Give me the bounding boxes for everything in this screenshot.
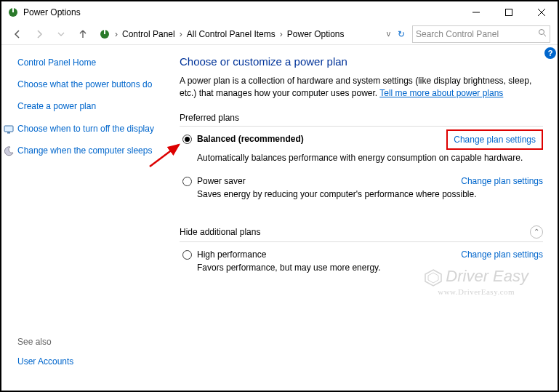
see-also-label: See also [17,337,73,347]
chevron-right-icon: › [113,29,119,39]
plan-saver-name[interactable]: Power saver [197,176,246,186]
search-icon [538,28,547,39]
plan-high-performance: High performance Change plan settings Fa… [180,249,543,281]
search-input[interactable]: Search Control Panel [412,25,550,43]
svg-rect-1 [12,8,14,12]
breadcrumb-power-options[interactable]: Power Options [287,29,345,39]
forward-button[interactable] [31,25,48,43]
change-plan-balanced[interactable]: Change plan settings [446,129,543,150]
svg-rect-3 [505,9,512,16]
sidebar-computer-sleeps[interactable]: Change when the computer sleeps [17,145,158,156]
sidebar: Control Panel Home Choose what the power… [1,45,165,391]
titlebar: Power Options [1,1,558,23]
search-placeholder: Search Control Panel [416,29,538,39]
plan-saver-desc: Saves energy by reducing your computer's… [197,189,543,199]
breadcrumb-all-items[interactable]: All Control Panel Items [187,29,276,39]
sidebar-create-plan[interactable]: Create a power plan [17,100,158,112]
moon-icon [3,145,15,157]
collapse-icon[interactable]: ⌃ [530,225,543,239]
up-button[interactable] [74,25,92,43]
power-options-icon [7,7,19,18]
minimize-button[interactable] [459,1,492,23]
breadcrumb[interactable]: › Control Panel › All Control Panel Item… [96,25,408,43]
see-also-user-accounts[interactable]: User Accounts [17,356,73,367]
hide-additional-label: Hide additional plans [180,227,260,237]
navigation-bar: › Control Panel › All Control Panel Item… [1,23,558,45]
sidebar-control-panel-home[interactable]: Control Panel Home [17,57,158,68]
change-plan-saver[interactable]: Change plan settings [461,176,543,186]
svg-rect-10 [4,126,13,132]
content: Control Panel Home Choose what the power… [1,45,558,391]
svg-line-9 [544,34,546,36]
change-plan-high[interactable]: Change plan settings [461,249,543,260]
power-options-icon [99,28,110,40]
sidebar-turn-off-display[interactable]: Choose when to turn off the display [17,123,158,135]
window-title: Power Options [23,7,81,17]
maximize-button[interactable] [492,1,525,23]
back-button[interactable] [9,25,26,43]
chevron-down-icon[interactable]: v [385,30,392,38]
plan-power-saver: Power saver Change plan settings Saves e… [180,176,543,208]
page-heading: Choose or customize a power plan [180,55,543,68]
close-button[interactable] [525,1,558,23]
preferred-plans-label: Preferred plans [180,113,543,127]
hide-additional-plans-row[interactable]: Hide additional plans ⌃ [180,225,543,242]
intro-text: A power plan is a collection of hardware… [180,75,543,100]
breadcrumb-control-panel[interactable]: Control Panel [122,29,175,39]
radio-balanced[interactable] [182,135,192,144]
refresh-icon[interactable]: ↻ [398,29,405,39]
plan-balanced-desc: Automatically balances performance with … [197,153,543,163]
svg-rect-7 [104,30,105,34]
plan-high-name[interactable]: High performance [197,249,266,260]
see-also-section: See also User Accounts [17,337,73,377]
main: Choose or customize a power plan A power… [165,45,558,391]
svg-point-8 [539,30,544,35]
sidebar-power-buttons[interactable]: Choose what the power buttons do [17,79,158,90]
plan-balanced-name[interactable]: Balanced (recommended) [197,134,304,144]
display-off-icon [3,124,15,135]
plan-balanced: Balanced (recommended) Change plan setti… [180,134,543,172]
chevron-right-icon: › [278,29,284,39]
plan-high-desc: Favors performance, but may use more ene… [197,263,543,273]
radio-power-saver[interactable] [182,177,192,186]
recent-dropdown[interactable] [52,25,70,43]
svg-rect-11 [7,132,10,134]
radio-high-performance[interactable] [182,250,192,260]
tell-me-more-link[interactable]: Tell me more about power plans [379,88,503,98]
chevron-right-icon: › [178,29,184,39]
